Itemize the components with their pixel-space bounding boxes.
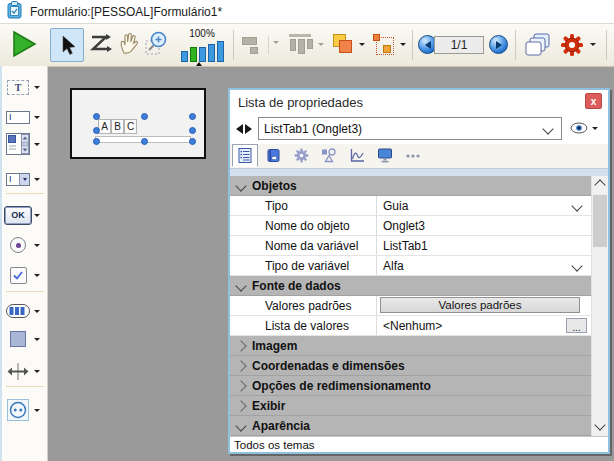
tab-order-button[interactable] — [88, 32, 112, 56]
section-header-imagem[interactable]: Imagem — [230, 336, 591, 356]
property-value-dropdown[interactable]: <Nenhum> ... — [376, 316, 591, 335]
monitor-icon — [377, 148, 393, 163]
tab-control-tab-c[interactable]: C — [124, 119, 137, 134]
selection-handle[interactable] — [189, 138, 196, 145]
selection-handle[interactable] — [93, 138, 100, 145]
cursor-icon — [57, 34, 77, 56]
property-list-icon — [238, 148, 253, 163]
scrollbar-thumb[interactable] — [593, 195, 607, 247]
eye-icon[interactable] — [570, 122, 588, 134]
section-header-redimensionamento[interactable]: Opções de redimensionamento — [230, 376, 591, 396]
distribute-button-disabled[interactable] — [286, 32, 316, 58]
chevron-down-icon — [571, 260, 582, 271]
next-page-button[interactable] — [489, 35, 508, 54]
section-header-exibir[interactable]: Exibir — [230, 396, 591, 416]
eye-dropdown-caret[interactable] — [592, 127, 598, 130]
property-value-dropdown[interactable]: Guia — [376, 196, 591, 215]
pan-button[interactable] — [116, 31, 141, 56]
previous-object-button[interactable] — [236, 124, 243, 134]
static-text-tool[interactable]: T — [2, 74, 48, 100]
gear-small-icon — [294, 148, 309, 163]
selection-handle[interactable] — [189, 127, 196, 134]
tab-details[interactable] — [260, 144, 286, 167]
selection-handle[interactable] — [189, 113, 196, 120]
tab-ui[interactable] — [288, 144, 314, 167]
chevron-down-icon[interactable] — [34, 116, 40, 119]
tab-chart[interactable] — [344, 144, 370, 167]
chevron-down-icon[interactable] — [34, 86, 40, 89]
chevron-down-icon[interactable] — [34, 310, 40, 313]
scroll-up-button[interactable] — [592, 177, 608, 193]
run-test-button[interactable] — [10, 29, 38, 59]
settings-button[interactable] — [560, 33, 584, 57]
section-header-aparencia[interactable]: Aparência — [230, 416, 591, 436]
valores-padroes-button[interactable]: Valores padrões — [380, 297, 580, 313]
zoom-button[interactable] — [144, 30, 170, 57]
panel-tool[interactable] — [2, 326, 48, 352]
z-order-dropdown-caret[interactable] — [359, 43, 365, 46]
select-mode-button[interactable] — [50, 28, 84, 62]
toolbar-separator — [268, 36, 269, 54]
scroll-down-button[interactable] — [592, 418, 608, 434]
checkbox-tool[interactable] — [2, 262, 48, 288]
section-header-objetos[interactable]: Objetos — [230, 176, 591, 196]
selection-handle[interactable] — [141, 113, 148, 120]
combo-box-tool[interactable]: I — [2, 166, 48, 192]
selection-handle[interactable] — [141, 138, 148, 145]
ole-control-tool[interactable] — [2, 396, 48, 424]
chevron-down-icon — [542, 123, 553, 134]
selection-handle[interactable] — [93, 113, 100, 120]
chevron-down-icon[interactable] — [34, 214, 40, 217]
form-design-surface[interactable] — [70, 88, 206, 159]
windows-list-button[interactable] — [524, 32, 552, 58]
align-dropdown-caret[interactable] — [273, 41, 279, 44]
distribute-dropdown-caret[interactable] — [318, 43, 324, 46]
chevron-down-icon[interactable] — [34, 244, 40, 247]
zoom-marker-icon — [196, 62, 202, 66]
close-button[interactable]: x — [585, 93, 602, 109]
property-row-tipo: Tipo Guia — [230, 196, 591, 216]
edit-control-tool[interactable]: I — [2, 104, 48, 130]
chevron-down-icon[interactable] — [34, 143, 40, 146]
selection-options-button[interactable] — [372, 33, 396, 57]
z-order-button[interactable] — [330, 32, 356, 58]
properties-panel-titlebar[interactable]: Lista de propriedades — [230, 90, 608, 114]
property-value-text[interactable]: ListTab1 — [376, 236, 591, 255]
chevron-down-icon — [594, 419, 605, 430]
ellipsis-button[interactable]: ... — [566, 318, 587, 333]
align-button-disabled[interactable] — [240, 34, 264, 56]
chevron-right-icon — [235, 340, 246, 351]
progress-bar-tool[interactable] — [2, 298, 48, 324]
button-tool[interactable]: OK — [2, 202, 48, 228]
chevron-down-icon[interactable] — [34, 338, 40, 341]
tab-display[interactable] — [372, 144, 398, 167]
selection-handle[interactable] — [93, 127, 100, 134]
list-box-tool[interactable] — [2, 128, 48, 160]
tab-control-tab-b[interactable]: B — [111, 119, 124, 134]
settings-dropdown-caret[interactable] — [590, 43, 596, 46]
section-header-coordenadas[interactable]: Coordenadas e dimensões — [230, 356, 591, 376]
tab-styles[interactable] — [316, 144, 342, 167]
chevron-down-icon[interactable] — [34, 409, 40, 412]
next-object-button[interactable] — [245, 124, 252, 134]
property-value-text[interactable]: Onglet3 — [376, 216, 591, 235]
chevron-down-icon — [400, 43, 406, 46]
chevron-down-icon[interactable] — [34, 178, 40, 181]
section-header-fonte-de-dados[interactable]: Fonte de dados — [230, 276, 591, 296]
hand-icon — [116, 31, 141, 56]
property-value-dropdown[interactable]: Alfa — [376, 256, 591, 275]
chevron-down-icon[interactable] — [34, 370, 40, 373]
splitter-tool[interactable] — [2, 358, 48, 384]
gear-icon — [560, 33, 584, 57]
properties-scrollbar[interactable] — [591, 176, 608, 436]
combo-box-icon: I — [6, 173, 30, 186]
chevron-down-icon[interactable] — [34, 274, 40, 277]
tab-general[interactable] — [232, 144, 258, 167]
object-selector-value: ListTab1 (Onglet3) — [264, 122, 362, 136]
object-selector-dropdown[interactable]: ListTab1 (Onglet3) — [258, 117, 562, 140]
tab-more[interactable] — [400, 144, 426, 167]
zoom-level-selector[interactable]: 100% — [174, 25, 230, 65]
radio-button-tool[interactable] — [2, 232, 48, 258]
tab-control-tab-a[interactable]: A — [98, 119, 111, 134]
selection-options-caret[interactable] — [400, 43, 406, 46]
